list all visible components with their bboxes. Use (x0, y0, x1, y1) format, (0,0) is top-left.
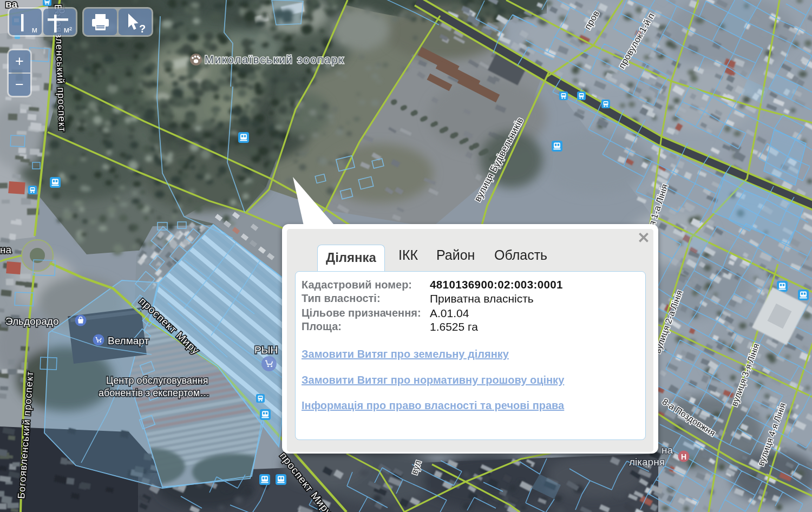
svg-text:Велмарт: Велмарт (108, 335, 149, 346)
svg-text:?: ? (139, 23, 146, 35)
svg-text:лікарня: лікарня (629, 456, 665, 468)
svg-text:абонентів з експертом…: абонентів з експертом… (99, 388, 209, 398)
svg-text:м²: м² (64, 25, 72, 34)
svg-text:м: м (32, 25, 37, 34)
svg-text:Н: Н (681, 452, 686, 461)
svg-text:на: на (0, 244, 11, 255)
svg-text:Центр обслуговування: Центр обслуговування (106, 375, 208, 386)
svg-text:Эльдорадо: Эльдорадо (5, 316, 58, 327)
svg-text:Миколаївський зоопарк: Миколаївський зоопарк (205, 54, 344, 65)
svg-text:РЫН: РЫН (254, 344, 278, 356)
svg-text:на: на (662, 444, 673, 456)
